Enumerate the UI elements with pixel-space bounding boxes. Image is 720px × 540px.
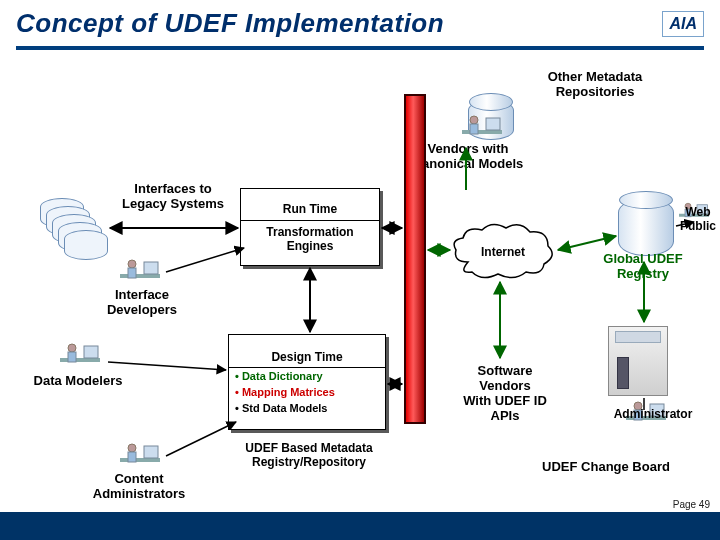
design-time-label: Design Time (229, 348, 385, 368)
person-at-desk-icon (116, 256, 164, 290)
svg-rect-16 (120, 458, 160, 462)
title-bar: Concept of UDEF Implementation AIA (16, 8, 704, 39)
internet-cloud: Internet (448, 222, 558, 282)
run-time-label: Run Time (241, 200, 379, 221)
slide-title: Concept of UDEF Implementation (16, 8, 444, 39)
svg-rect-15 (68, 352, 76, 362)
data-modelers-label: Data Modelers (18, 374, 138, 389)
title-rule (16, 46, 704, 50)
svg-point-10 (128, 260, 136, 268)
person-at-desk-icon (116, 440, 164, 474)
svg-rect-3 (470, 124, 478, 134)
runtime-box: Run Time Transformation Engines (240, 188, 380, 266)
udef-metadata-repo-label: UDEF Based Metadata Registry/Repository (214, 442, 404, 470)
svg-rect-0 (462, 130, 502, 134)
logo: AIA (662, 11, 704, 37)
designtime-box: Design Time • Data Dictionary • Mapping … (228, 334, 386, 430)
global-udef-registry-label: Global UDEF Registry (588, 252, 698, 282)
svg-line-27 (558, 236, 616, 250)
svg-line-31 (166, 248, 244, 272)
svg-point-14 (68, 344, 76, 352)
svg-rect-9 (144, 262, 158, 274)
software-vendors-label: Software Vendors With UDEF ID APIs (450, 364, 560, 424)
svg-rect-12 (60, 358, 100, 362)
red-pillar (404, 94, 426, 424)
svg-rect-19 (128, 452, 136, 462)
udef-change-board-label: UDEF Change Board (516, 460, 696, 475)
data-dictionary-label: • Data Dictionary (229, 368, 385, 384)
svg-rect-11 (128, 268, 136, 278)
person-at-desk-icon (56, 340, 104, 374)
svg-rect-13 (84, 346, 98, 358)
page-number: Page 49 (673, 499, 710, 510)
interfaces-legacy-label: Interfaces to Legacy Systems (108, 182, 238, 212)
svg-point-18 (128, 444, 136, 452)
global-udef-registry-cylinder (618, 198, 674, 256)
internet-label: Internet (448, 222, 558, 282)
other-metadata-label: Other Metadata Repositories (525, 70, 665, 100)
svg-rect-17 (144, 446, 158, 458)
svg-point-2 (470, 116, 478, 124)
server-icon (608, 326, 668, 396)
administrator-label: Administrator (598, 408, 708, 422)
svg-line-32 (108, 362, 226, 370)
slide: Concept of UDEF Implementation AIA Other… (0, 0, 720, 540)
content-admins-label: Content Administrators (74, 472, 204, 502)
mapping-matrices-label: • Mapping Matrices (229, 384, 385, 400)
svg-rect-1 (486, 118, 500, 130)
transformation-engines-label: Transformation Engines (241, 221, 379, 255)
web-public-label: Web Public (676, 206, 720, 234)
legacy-cylinder-stack (40, 198, 100, 278)
std-data-models-label: • Std Data Models (229, 400, 385, 416)
svg-rect-8 (120, 274, 160, 278)
interface-developers-label: Interface Developers (92, 288, 192, 318)
